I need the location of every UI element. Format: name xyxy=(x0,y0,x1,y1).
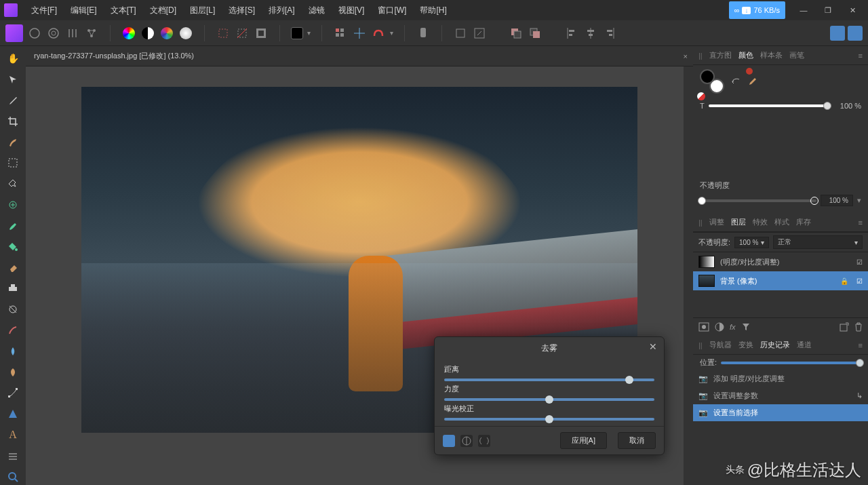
hsl-adjust-icon[interactable] xyxy=(159,26,174,41)
tab-navigator[interactable]: 导航器 xyxy=(709,340,732,350)
panel-menu-icon[interactable]: ≡ xyxy=(859,218,863,227)
exposure-slider[interactable] xyxy=(444,418,654,421)
layer-row-background[interactable]: 背景 (像素) 🔒 ☑ xyxy=(693,271,868,290)
menu-edit[interactable]: 编辑[E] xyxy=(64,0,104,20)
grid-tool-icon[interactable] xyxy=(4,447,22,464)
vertical-scrollbar[interactable] xyxy=(684,66,693,485)
persona-photo-icon[interactable] xyxy=(5,24,23,42)
split-preview-toggle[interactable] xyxy=(460,435,473,447)
document-tab[interactable]: ryan-tang-273377-unsplash.jpg [已修改] (13.… xyxy=(26,46,693,66)
marquee-tool-icon[interactable] xyxy=(4,155,22,172)
tab-layers[interactable]: 图层 xyxy=(731,217,746,227)
tab-stock[interactable]: 库存 xyxy=(796,217,811,227)
swap-colors-icon[interactable] xyxy=(731,77,741,86)
guides-icon[interactable] xyxy=(352,26,367,41)
tab-effects[interactable]: 特效 xyxy=(753,217,768,227)
strength-slider[interactable] xyxy=(444,398,654,401)
apply-button[interactable]: 应用[A] xyxy=(560,432,607,449)
menu-window[interactable]: 窗口[W] xyxy=(371,0,413,20)
align-center-icon[interactable] xyxy=(583,26,598,41)
layer-visible-checkbox[interactable]: ☑ xyxy=(856,277,863,285)
grid-icon[interactable] xyxy=(333,26,348,41)
tab-channels[interactable]: 通道 xyxy=(797,340,812,350)
flood-select-icon[interactable] xyxy=(4,176,22,193)
add-layer-icon[interactable] xyxy=(840,322,849,332)
distance-slider[interactable] xyxy=(444,379,654,381)
delete-layer-icon[interactable] xyxy=(854,322,863,332)
shape-tool-icon[interactable] xyxy=(4,406,22,423)
marquee-select-icon[interactable] xyxy=(216,26,231,41)
tab-swatches[interactable]: 样本条 xyxy=(760,50,783,60)
adjustment-layer-icon[interactable] xyxy=(715,322,724,332)
window-maximize-button[interactable]: ❐ xyxy=(816,1,840,19)
menu-select[interactable]: 选择[S] xyxy=(222,0,262,20)
mask-icon[interactable] xyxy=(698,322,709,332)
export-persona-icon[interactable] xyxy=(84,26,99,41)
lock-icon[interactable]: 🔒 xyxy=(840,277,848,285)
tab-styles[interactable]: 样式 xyxy=(774,217,789,227)
smudge-tool-icon[interactable] xyxy=(4,343,22,360)
window-minimize-button[interactable]: — xyxy=(792,1,815,19)
bw-adjust-icon[interactable] xyxy=(140,26,155,41)
menu-view[interactable]: 视图[V] xyxy=(332,0,372,20)
paint-mixer-icon[interactable] xyxy=(4,322,22,339)
layer-row-adjustment[interactable]: (明度/对比度调整) ☑ xyxy=(693,252,868,271)
tab-histogram[interactable]: 直方图 xyxy=(709,50,732,60)
levels-adjust-icon[interactable] xyxy=(178,26,193,41)
menu-text[interactable]: 文本[T] xyxy=(104,0,143,20)
deselect-icon[interactable] xyxy=(235,26,250,41)
menu-document[interactable]: 文档[D] xyxy=(143,0,183,20)
develop-persona-icon[interactable] xyxy=(46,26,61,41)
align-left-icon[interactable] xyxy=(564,26,579,41)
pan-tool-icon[interactable]: ✋ xyxy=(4,50,22,67)
tab-history[interactable]: 历史记录 xyxy=(760,340,790,350)
dodge-tool-icon[interactable] xyxy=(4,301,22,318)
fx-icon[interactable]: fx xyxy=(730,323,736,331)
window-close-button[interactable]: ✕ xyxy=(841,1,864,19)
align-right-icon[interactable] xyxy=(602,26,617,41)
menu-file[interactable]: 文件[F] xyxy=(24,0,64,20)
move-tool-icon[interactable] xyxy=(4,71,22,88)
pen-tool-icon[interactable] xyxy=(4,364,22,381)
fill-color-icon[interactable] xyxy=(291,27,303,39)
cancel-button[interactable]: 取消 xyxy=(618,432,656,449)
eyedropper-icon[interactable] xyxy=(747,77,757,86)
menu-arrange[interactable]: 排列[A] xyxy=(262,0,302,20)
menu-help[interactable]: 帮助[H] xyxy=(413,0,453,20)
tone-map-persona-icon[interactable] xyxy=(65,26,80,41)
text-tool-icon[interactable]: A xyxy=(4,427,22,444)
foreground-background-swatch[interactable] xyxy=(700,69,724,94)
history-item[interactable]: 📷 设置调整参数 ↳ xyxy=(693,387,868,404)
healing-brush-icon[interactable] xyxy=(4,197,22,214)
invert-select-icon[interactable] xyxy=(254,26,269,41)
paint-brush-icon[interactable] xyxy=(4,218,22,235)
menu-layer[interactable]: 图层[L] xyxy=(183,0,222,20)
tab-brushes[interactable]: 画笔 xyxy=(789,50,804,60)
selection-brush-icon[interactable] xyxy=(4,134,22,151)
erase-tool-icon[interactable] xyxy=(4,259,22,276)
dialog-close-button[interactable]: ✕ xyxy=(649,341,657,352)
panel-menu-icon[interactable]: ≡ xyxy=(859,52,863,60)
tab-color[interactable]: 颜色 xyxy=(738,50,753,60)
layer-opacity-dropdown[interactable]: 100 %▾ xyxy=(734,237,769,248)
arrange-front-icon[interactable] xyxy=(528,26,542,41)
liquify-persona-icon[interactable] xyxy=(27,26,42,41)
layer-visible-checkbox[interactable]: ☑ xyxy=(856,258,863,266)
clone-tool-icon[interactable] xyxy=(4,280,22,297)
arrange-back-icon[interactable] xyxy=(509,26,524,41)
sync-icon[interactable] xyxy=(848,26,863,41)
crop-tool-icon[interactable] xyxy=(4,113,22,130)
assistant-icon[interactable] xyxy=(416,26,431,41)
account-icon[interactable] xyxy=(830,26,845,41)
eyedropper-tool-icon[interactable] xyxy=(4,92,22,109)
opacity-slider[interactable] xyxy=(700,199,816,202)
color-wheel-icon[interactable] xyxy=(121,26,136,41)
history-item[interactable]: 📷 设置当前选择 xyxy=(693,404,868,421)
zoom-tool-icon[interactable] xyxy=(4,468,22,485)
blend-mode-dropdown[interactable]: 正常▾ xyxy=(773,235,863,249)
mirror-preview-toggle[interactable] xyxy=(478,435,490,447)
tint-slider[interactable] xyxy=(709,104,830,107)
resize-document-icon[interactable] xyxy=(472,26,487,41)
preview-toggle[interactable] xyxy=(443,435,455,447)
crop-document-icon[interactable] xyxy=(453,26,468,41)
